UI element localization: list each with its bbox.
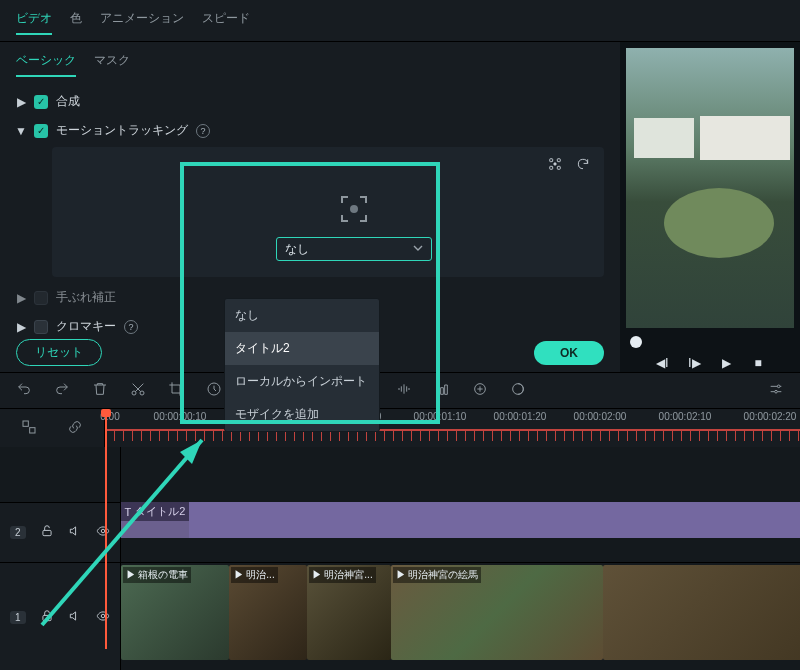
svg-rect-19 <box>30 427 35 432</box>
visibility-icon[interactable] <box>96 524 110 541</box>
prev-frame-button[interactable]: ◀Ⅰ <box>655 356 669 370</box>
lock-icon[interactable] <box>40 609 54 626</box>
tab-video[interactable]: ビデオ <box>16 10 52 35</box>
video-track[interactable]: ▶ 箱根の電車▶ 明治...▶ 明治神宮...▶ 明治神宮の絵馬 <box>121 562 800 670</box>
tab-speed[interactable]: スピード <box>202 10 250 35</box>
help-icon[interactable]: ? <box>124 320 138 334</box>
timecode-label: 00:00:02:10 <box>659 411 712 422</box>
subtab-mask[interactable]: マスク <box>94 52 130 77</box>
mute-icon[interactable] <box>68 609 82 626</box>
dropdown-option-mosaic[interactable]: モザイクを追加 <box>225 398 379 431</box>
timecode-label: 00:00:02:20 <box>744 411 797 422</box>
checkbox-chroma[interactable] <box>34 320 48 334</box>
inspector-row: ベーシック マスク ▶ ✓ 合成 ▼ ✓ モーショントラッキング ? <box>0 42 800 372</box>
track-headers: 2 1 <box>0 447 121 670</box>
ok-button[interactable]: OK <box>534 341 604 365</box>
tool-button[interactable] <box>434 381 450 400</box>
text-icon: T <box>125 506 132 518</box>
track-lanes: Tタイトル2 ▶ 箱根の電車▶ 明治...▶ 明治神宮...▶ 明治神宮の絵馬 <box>121 447 800 670</box>
next-frame-button[interactable]: Ⅰ▶ <box>687 356 701 370</box>
svg-point-17 <box>775 390 778 393</box>
timeline-ruler[interactable]: 0:0000:00:00:1000:00:00:2000:00:01:0000:… <box>105 409 800 447</box>
tool-button[interactable] <box>472 381 488 400</box>
timeline-header: 0:0000:00:00:1000:00:00:2000:00:01:0000:… <box>0 408 800 447</box>
chevron-right-icon: ▶ <box>16 97 26 107</box>
settings-icon[interactable] <box>768 381 784 400</box>
stop-button[interactable]: ■ <box>751 356 765 370</box>
undo-button[interactable] <box>16 381 32 400</box>
prop-composite[interactable]: ▶ ✓ 合成 <box>16 87 604 116</box>
svg-rect-18 <box>23 421 28 426</box>
svg-point-23 <box>101 614 105 618</box>
tool-button[interactable] <box>396 381 412 400</box>
checkbox-motion-tracking[interactable]: ✓ <box>34 124 48 138</box>
svg-rect-3 <box>557 166 560 169</box>
target-visibility-icon[interactable] <box>548 157 562 174</box>
transport-controls: ◀Ⅰ Ⅰ▶ ▶ ■ <box>626 352 794 374</box>
video-clip[interactable]: ▶ 箱根の電車 <box>121 565 229 660</box>
checkbox-composite[interactable]: ✓ <box>34 95 48 109</box>
clip-label: ▶ 明治神宮... <box>309 567 376 583</box>
svg-rect-2 <box>550 166 553 169</box>
reset-button[interactable]: リセット <box>16 339 102 366</box>
prop-chroma-label: クロマキー <box>56 318 116 335</box>
svg-point-16 <box>777 385 780 388</box>
mute-icon[interactable] <box>68 524 82 541</box>
cut-button[interactable] <box>130 381 146 400</box>
tracker-target-icon[interactable] <box>340 195 368 223</box>
reset-icon[interactable] <box>576 157 590 174</box>
svg-point-21 <box>101 529 105 533</box>
motion-tracking-panel: なし <box>52 147 604 277</box>
clip-label: ▶ 明治... <box>231 567 278 583</box>
link-target-dropdown[interactable]: なし <box>276 237 432 261</box>
svg-rect-20 <box>42 530 50 535</box>
delete-button[interactable] <box>92 381 108 400</box>
nest-icon[interactable] <box>21 419 37 438</box>
redo-button[interactable] <box>54 381 70 400</box>
play-button[interactable]: ▶ <box>719 356 733 370</box>
track-index-badge: 1 <box>10 611 26 624</box>
chevron-right-icon: ▶ <box>16 322 26 332</box>
playhead[interactable] <box>105 409 107 649</box>
tab-color[interactable]: 色 <box>70 10 82 35</box>
lock-icon[interactable] <box>40 524 54 541</box>
inspector-sub-tabs: ベーシック マスク <box>16 42 604 87</box>
timecode-label: 00:00:00:10 <box>154 411 207 422</box>
dropdown-selected: なし <box>285 241 309 258</box>
scrubber-thumb[interactable] <box>630 336 642 348</box>
dropdown-option-none[interactable]: なし <box>225 299 379 332</box>
dropdown-option-import[interactable]: ローカルからインポート <box>225 365 379 398</box>
help-icon[interactable]: ? <box>196 124 210 138</box>
video-clip[interactable]: ▶ 明治神宮... <box>307 565 391 660</box>
visibility-icon[interactable] <box>96 609 110 626</box>
title-clip-label: タイトル2 <box>135 504 185 519</box>
tab-animation[interactable]: アニメーション <box>100 10 184 35</box>
video-clip[interactable]: ▶ 明治... <box>229 565 307 660</box>
title-track[interactable]: Tタイトル2 <box>121 502 800 562</box>
svg-point-4 <box>554 163 556 165</box>
track-index-badge: 2 <box>10 526 26 539</box>
preview-viewport[interactable] <box>626 48 794 328</box>
prop-motion-tracking-label: モーショントラッキング <box>56 122 188 139</box>
link-icon[interactable] <box>67 419 83 438</box>
dropdown-option-title2[interactable]: タイトル2 <box>225 332 379 365</box>
prop-motion-tracking[interactable]: ▼ ✓ モーショントラッキング ? <box>16 116 604 145</box>
svg-point-5 <box>350 205 358 213</box>
chevron-down-icon <box>413 242 423 256</box>
prop-stabilize-label: 手ぶれ補正 <box>56 289 116 306</box>
timeline-tracks: 2 1 Tタイトル2 ▶ 箱根の電車▶ 明治...▶ 明治神宮...▶ 明治神宮… <box>0 447 800 670</box>
inspector-top-tabs: ビデオ 色 アニメーション スピード <box>0 0 800 42</box>
video-clip[interactable]: ▶ 明治神宮の絵馬 <box>391 565 603 660</box>
track1-header: 1 <box>0 562 120 670</box>
checkbox-stabilize[interactable] <box>34 291 48 305</box>
speed-button[interactable] <box>206 381 222 400</box>
subtab-basic[interactable]: ベーシック <box>16 52 76 77</box>
prop-composite-label: 合成 <box>56 93 80 110</box>
title-clip[interactable]: Tタイトル2 <box>121 502 800 538</box>
tool-button[interactable] <box>510 381 526 400</box>
track2-header: 2 <box>0 502 120 562</box>
svg-rect-22 <box>42 615 50 620</box>
crop-button[interactable] <box>168 381 184 400</box>
video-clip[interactable] <box>603 565 800 660</box>
inspector-panel: ベーシック マスク ▶ ✓ 合成 ▼ ✓ モーショントラッキング ? <box>0 42 620 372</box>
